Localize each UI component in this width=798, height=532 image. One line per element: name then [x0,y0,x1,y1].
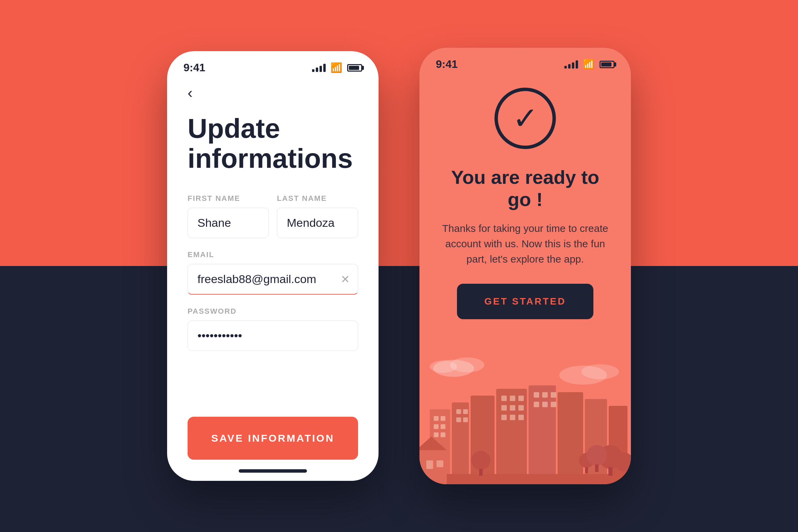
signal-icon-2 [564,60,578,69]
svg-rect-6 [452,402,469,484]
svg-rect-33 [542,392,548,398]
password-input[interactable] [188,321,358,351]
status-bar-1: 9:41 📶 [167,51,379,77]
svg-rect-13 [434,416,439,421]
svg-rect-35 [534,402,539,407]
svg-rect-9 [529,385,556,484]
time-2: 9:41 [436,58,458,71]
svg-rect-21 [456,417,461,422]
main-content: 9:41 📶 ‹ Update informations [0,0,798,532]
svg-rect-38 [419,474,631,484]
phone-ready: 9:41 📶 ✓ You are ready to go ! Th [419,48,631,484]
svg-rect-27 [510,405,515,411]
save-button[interactable]: SAVE INFORMATION [188,417,358,460]
svg-rect-18 [441,432,445,437]
last-name-input[interactable] [277,208,358,238]
last-name-group: LAST NAME [277,194,358,238]
signal-icon [312,64,326,72]
time-1: 9:41 [183,61,205,74]
phone1-content: ‹ Update informations FIRST NAME LAST NA… [167,77,379,481]
svg-rect-14 [441,416,445,421]
email-wrapper: ✕ [188,264,358,295]
svg-rect-8 [496,389,527,484]
check-circle-icon: ✓ [494,88,556,149]
svg-rect-23 [501,396,507,401]
email-input[interactable] [188,264,358,295]
checkmark: ✓ [513,103,538,134]
status-icons-2: 📶 [564,59,615,70]
battery-icon-2 [600,61,615,68]
svg-rect-20 [463,409,468,414]
svg-rect-46 [608,467,612,476]
svg-rect-41 [426,460,433,469]
password-label: PASSWORD [188,307,358,316]
svg-rect-28 [518,405,524,411]
svg-rect-19 [456,409,461,414]
name-row: FIRST NAME LAST NAME [188,194,358,238]
phone-update-info: 9:41 📶 ‹ Update informations [167,51,379,481]
first-name-label: FIRST NAME [188,194,269,203]
svg-rect-34 [551,392,556,398]
get-started-button[interactable]: GET STARTED [457,284,593,319]
svg-rect-37 [551,402,556,407]
ready-title: You are ready to go ! [440,166,610,210]
svg-rect-32 [534,392,539,398]
home-indicator [239,469,307,473]
svg-rect-44 [479,469,483,476]
svg-rect-22 [463,417,468,422]
wifi-icon: 📶 [330,62,342,73]
svg-rect-42 [437,460,443,467]
email-label: EMAIL [188,250,358,259]
clear-icon[interactable]: ✕ [341,273,350,286]
svg-rect-30 [510,415,515,420]
svg-rect-49 [585,467,588,473]
spacer [188,363,358,417]
battery-icon [347,64,362,72]
city-illustration [419,333,631,484]
back-button[interactable]: ‹ [188,84,358,101]
svg-rect-15 [434,424,439,429]
wifi-icon-2: 📶 [583,59,595,70]
svg-rect-24 [510,396,515,401]
phone2-content: ✓ You are ready to go ! Thanks for takin… [419,74,631,333]
svg-rect-17 [434,432,439,437]
svg-rect-36 [542,402,548,407]
svg-rect-10 [558,392,583,484]
first-name-input[interactable] [188,208,269,238]
svg-rect-51 [595,464,598,472]
last-name-label: LAST NAME [277,194,358,203]
svg-rect-26 [501,405,507,411]
svg-point-2 [430,360,457,373]
status-icons-1: 📶 [312,62,362,73]
svg-point-4 [581,364,619,379]
svg-point-50 [587,445,607,466]
status-bar-2: 9:41 📶 [419,48,631,74]
page-title: Update informations [188,114,358,174]
svg-rect-31 [518,415,524,420]
svg-rect-29 [501,415,507,420]
first-name-group: FIRST NAME [188,194,269,238]
ready-description: Thanks for taking your time to create ac… [440,221,610,267]
svg-rect-16 [441,424,445,429]
svg-rect-25 [518,396,524,401]
svg-point-43 [471,451,490,470]
